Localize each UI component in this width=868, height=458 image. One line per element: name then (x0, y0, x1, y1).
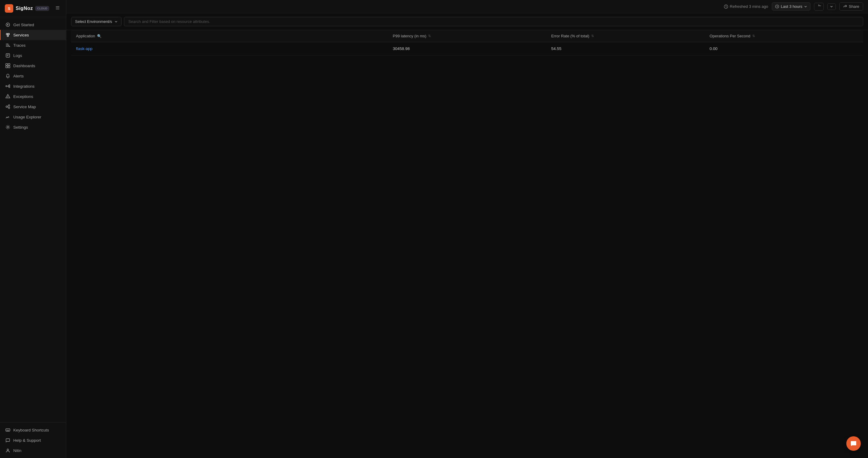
cell-app: flask-app (71, 42, 388, 56)
user-icon (5, 448, 10, 453)
sidebar-item-services[interactable]: Services (0, 30, 66, 40)
svg-point-7 (7, 35, 9, 37)
ops-sort-icon: ⇅ (752, 34, 755, 38)
svg-rect-1 (56, 7, 59, 8)
get-started-icon (5, 22, 10, 27)
refresh-icon (817, 4, 821, 9)
p99-sort-icon: ⇅ (428, 34, 431, 38)
col-header-p99[interactable]: P99 latency (in ms) ⇅ (388, 30, 546, 42)
dropdown-button[interactable] (827, 3, 836, 10)
table-wrapper: Application 🔍 P99 latency (in ms) ⇅ Erro… (66, 30, 868, 458)
sidebar-item-label-exceptions: Exceptions (13, 94, 33, 99)
svg-point-18 (9, 87, 10, 88)
svg-rect-2 (56, 9, 59, 10)
sidebar-item-label-dashboards: Dashboards (13, 64, 35, 68)
sidebar-item-nitin[interactable]: Nitin (0, 445, 66, 456)
sidebar-item-logs[interactable]: Logs (0, 50, 66, 61)
sidebar-item-get-started[interactable]: Get Started (0, 20, 66, 30)
svg-rect-12 (6, 64, 7, 65)
svg-point-5 (6, 33, 8, 35)
sidebar-item-label-settings: Settings (13, 125, 28, 130)
nitin-label: Nitin (13, 448, 22, 453)
chat-icon (850, 440, 857, 447)
table-row: flask-app 30458.98 54.55 0.00 (71, 42, 863, 56)
help-support-label: Help & Support (13, 438, 41, 443)
share-button[interactable]: Share (839, 2, 863, 10)
clock-icon (724, 4, 728, 9)
svg-point-8 (7, 44, 8, 44)
traces-icon (5, 43, 10, 47)
chevron-down-icon (804, 5, 807, 8)
sidebar-item-traces[interactable]: Traces (0, 40, 66, 50)
sidebar-item-label-usage-explorer: Usage Explorer (13, 115, 41, 119)
svg-point-9 (8, 45, 9, 46)
sidebar-item-label-services: Services (13, 33, 29, 37)
svg-point-10 (9, 46, 10, 47)
refresh-text: Refreshed 3 mins ago (730, 4, 768, 9)
share-label: Share (849, 4, 859, 9)
logo-text: SigNoz (16, 6, 33, 11)
time-selector[interactable]: Last 3 hours (772, 2, 811, 10)
sidebar-bottom: Keyboard Shortcuts Help & Support Nitin (0, 422, 66, 458)
col-header-application[interactable]: Application 🔍 (71, 30, 388, 42)
services-table: Application 🔍 P99 latency (in ms) ⇅ Erro… (71, 30, 863, 56)
env-placeholder: Select Environment/s (75, 19, 112, 24)
sidebar-item-integrations[interactable]: Integrations (0, 81, 66, 91)
sidebar-item-exceptions[interactable]: Exceptions (0, 91, 66, 102)
app-link[interactable]: flask-app (76, 46, 93, 51)
cell-error-rate: 54.55 (546, 42, 705, 56)
help-icon (5, 438, 10, 443)
svg-point-24 (7, 449, 9, 451)
settings-icon (5, 125, 10, 130)
sidebar-item-keyboard-shortcuts[interactable]: Keyboard Shortcuts (0, 425, 66, 435)
integrations-icon (5, 84, 10, 89)
chevron-down-icon-2 (830, 5, 833, 8)
sidebar-item-label-service-map: Service Map (13, 104, 36, 109)
refresh-button[interactable] (814, 3, 824, 10)
err-sort-icon: ⇅ (591, 34, 594, 38)
logs-icon (5, 53, 10, 58)
sidebar-item-service-map[interactable]: Service Map (0, 102, 66, 112)
svg-rect-13 (8, 64, 10, 65)
services-icon (5, 33, 10, 37)
cell-ops: 0.00 (705, 42, 863, 56)
sidebar-item-label-logs: Logs (13, 53, 22, 58)
keyboard-shortcuts-label: Keyboard Shortcuts (13, 428, 49, 432)
sidebar-item-usage-explorer[interactable]: Usage Explorer (0, 112, 66, 122)
sidebar-logo: S SigNoz CLOUD (0, 0, 66, 17)
dashboards-icon (5, 63, 10, 68)
sidebar-item-label-alerts: Alerts (13, 74, 24, 78)
sidebar-item-alerts[interactable]: Alerts (0, 71, 66, 81)
sidebar-item-label-traces: Traces (13, 43, 26, 47)
sidebar-toggle-button[interactable] (54, 4, 61, 13)
svg-point-20 (8, 105, 10, 106)
svg-rect-0 (56, 6, 59, 7)
svg-rect-15 (8, 66, 10, 68)
sidebar-item-label-integrations: Integrations (13, 84, 35, 89)
svg-rect-14 (6, 66, 7, 68)
app-col-search-icon[interactable]: 🔍 (97, 34, 102, 38)
svg-rect-11 (6, 54, 10, 57)
svg-point-17 (9, 85, 10, 86)
sidebar-item-help-support[interactable]: Help & Support (0, 435, 66, 445)
exceptions-icon (5, 94, 10, 99)
svg-point-21 (8, 107, 10, 109)
environment-select[interactable]: Select Environment/s (71, 17, 122, 26)
sidebar-item-dashboards[interactable]: Dashboards (0, 61, 66, 71)
svg-point-19 (6, 106, 7, 107)
header: Refreshed 3 mins ago Last 3 hours (66, 0, 868, 13)
cell-p99: 30458.98 (388, 42, 546, 56)
time-label: Last 3 hours (781, 4, 803, 9)
time-icon (775, 4, 779, 8)
search-input[interactable] (124, 17, 863, 26)
filter-bar: Select Environment/s (66, 13, 868, 30)
chat-button[interactable] (846, 436, 861, 451)
main-content: Refreshed 3 mins ago Last 3 hours (66, 0, 868, 458)
col-header-error-rate[interactable]: Error Rate (% of total) ⇅ (546, 30, 705, 42)
sidebar-item-settings[interactable]: Settings (0, 122, 66, 132)
col-header-ops[interactable]: Operations Per Second ⇅ (705, 30, 863, 42)
refresh-info: Refreshed 3 mins ago (724, 4, 768, 9)
svg-point-16 (6, 86, 7, 87)
usage-explorer-icon (5, 115, 10, 119)
logo-icon: S (5, 4, 13, 13)
